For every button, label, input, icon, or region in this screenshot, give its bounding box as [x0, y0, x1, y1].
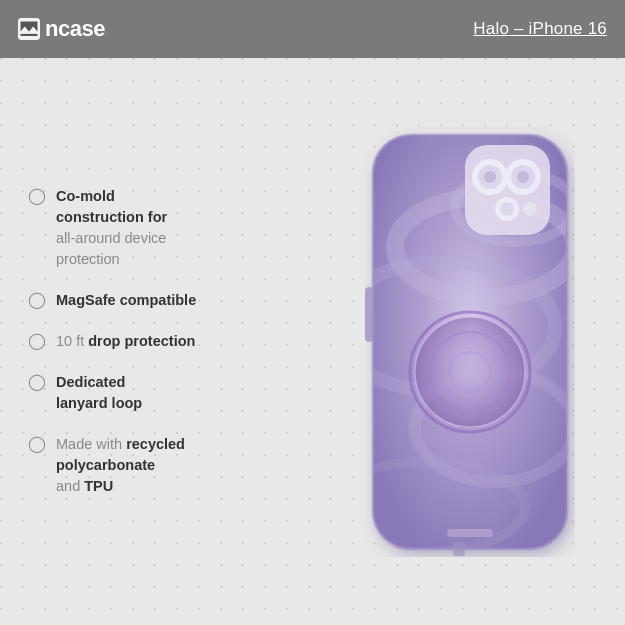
svg-rect-27	[447, 529, 493, 537]
product-title: Halo – iPhone 16	[473, 19, 607, 39]
phone-case	[365, 127, 575, 557]
svg-point-14	[484, 171, 496, 183]
page-wrapper: ncase Halo – iPhone 16 ◯ Co-moldconstruc…	[0, 0, 625, 625]
features-panel: ◯ Co-moldconstruction forall-around devi…	[0, 58, 325, 625]
check-icon-lanyard: ◯	[28, 374, 46, 390]
feature-text-recycled: Made with recycledpolycarbonateand TPU	[56, 434, 185, 497]
feature-item-lanyard: ◯ Dedicatedlanyard loop	[28, 372, 315, 414]
phone-area	[325, 58, 625, 625]
logo-text-label: ncase	[45, 16, 105, 42]
header: ncase Halo – iPhone 16	[0, 0, 625, 58]
feature-item-magsafe: ◯ MagSafe compatible	[28, 290, 315, 311]
svg-rect-28	[453, 542, 465, 556]
logo-icon	[18, 18, 41, 40]
check-icon-co-mold: ◯	[28, 188, 46, 204]
svg-rect-26	[365, 287, 373, 342]
main-content: ◯ Co-moldconstruction forall-around devi…	[0, 58, 625, 625]
feature-text-magsafe: MagSafe compatible	[56, 290, 196, 311]
feature-text-drop: 10 ft drop protection	[56, 331, 195, 352]
svg-point-17	[517, 171, 529, 183]
svg-point-20	[523, 202, 537, 216]
logo-area: ncase	[18, 16, 105, 42]
feature-text-lanyard: Dedicatedlanyard loop	[56, 372, 142, 414]
feature-item-co-mold: ◯ Co-moldconstruction forall-around devi…	[28, 186, 315, 270]
check-icon-drop: ◯	[28, 333, 46, 349]
check-icon-magsafe: ◯	[28, 292, 46, 308]
feature-item-drop: ◯ 10 ft drop protection	[28, 331, 315, 352]
feature-text-co-mold: Co-moldconstruction forall-around device…	[56, 186, 167, 270]
feature-item-recycled: ◯ Made with recycledpolycarbonateand TPU	[28, 434, 315, 497]
svg-point-19	[500, 202, 514, 216]
check-icon-recycled: ◯	[28, 436, 46, 452]
